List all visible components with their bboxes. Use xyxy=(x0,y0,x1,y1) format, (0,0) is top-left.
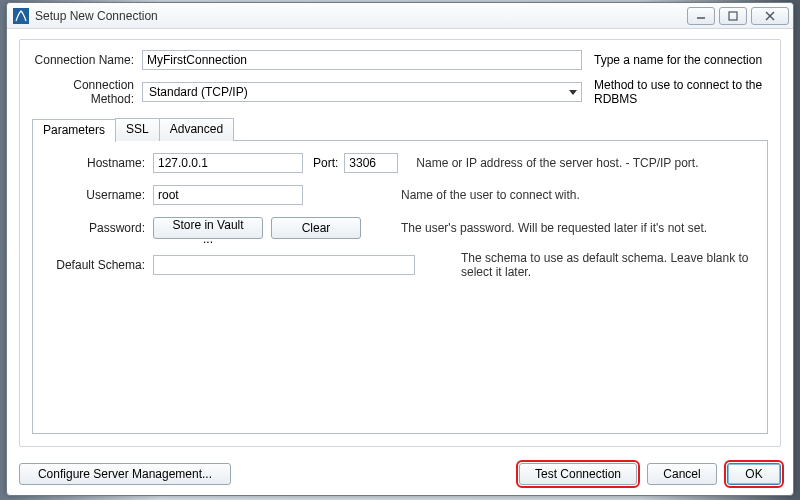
content-area: Connection Name: Type a name for the con… xyxy=(7,29,793,455)
connection-method-dropdown[interactable]: Standard (TCP/IP) xyxy=(142,82,582,102)
label-password: Password: xyxy=(43,221,153,235)
label-connection-name: Connection Name: xyxy=(32,53,142,67)
app-icon xyxy=(13,8,29,24)
cancel-button[interactable]: Cancel xyxy=(647,463,717,485)
port-input[interactable] xyxy=(344,153,398,173)
row-default-schema: Default Schema: The schema to use as def… xyxy=(43,251,757,279)
help-password: The user's password. Will be requested l… xyxy=(401,221,757,235)
maximize-button[interactable] xyxy=(719,7,747,25)
form-group: Connection Name: Type a name for the con… xyxy=(19,39,781,447)
configure-server-management-button[interactable]: Configure Server Management... xyxy=(19,463,231,485)
label-username: Username: xyxy=(43,188,153,202)
tab-panel-parameters: Hostname: Port: Name or IP address of th… xyxy=(32,140,768,434)
tab-advanced[interactable]: Advanced xyxy=(159,118,234,141)
label-connection-method: Connection Method: xyxy=(32,78,142,106)
tab-ssl[interactable]: SSL xyxy=(115,118,160,141)
tab-parameters[interactable]: Parameters xyxy=(32,119,116,142)
help-connection-name: Type a name for the connection xyxy=(594,53,768,67)
dialog-footer: Configure Server Management... Test Conn… xyxy=(7,455,793,495)
connection-name-input[interactable] xyxy=(142,50,582,70)
ok-button[interactable]: OK xyxy=(727,463,781,485)
help-connection-method: Method to use to connect to the RDBMS xyxy=(594,78,768,106)
row-password: Password: Store in Vault ... Clear The u… xyxy=(43,217,757,239)
clear-password-button[interactable]: Clear xyxy=(271,217,361,239)
connection-method-value: Standard (TCP/IP) xyxy=(149,85,248,99)
minimize-button[interactable] xyxy=(687,7,715,25)
row-connection-name: Connection Name: Type a name for the con… xyxy=(32,50,768,70)
row-username: Username: Name of the user to connect wi… xyxy=(43,185,757,205)
dialog-window: Setup New Connection Connection Name: Ty… xyxy=(6,2,794,496)
close-button[interactable] xyxy=(751,7,789,25)
row-connection-method: Connection Method: Standard (TCP/IP) Met… xyxy=(32,78,768,106)
titlebar: Setup New Connection xyxy=(7,3,793,29)
help-hostport: Name or IP address of the server host. -… xyxy=(416,156,757,170)
help-username: Name of the user to connect with. xyxy=(401,188,757,202)
tab-strip: Parameters SSL Advanced xyxy=(32,118,768,141)
username-input[interactable] xyxy=(153,185,303,205)
label-hostname: Hostname: xyxy=(43,156,153,170)
row-hostname: Hostname: Port: Name or IP address of th… xyxy=(43,153,757,173)
label-port: Port: xyxy=(313,156,338,170)
label-default-schema: Default Schema: xyxy=(43,258,153,272)
chevron-down-icon xyxy=(569,90,577,95)
svg-rect-2 xyxy=(729,12,737,20)
store-in-vault-button[interactable]: Store in Vault ... xyxy=(153,217,263,239)
default-schema-input[interactable] xyxy=(153,255,415,275)
window-title: Setup New Connection xyxy=(35,9,683,23)
help-default-schema: The schema to use as default schema. Lea… xyxy=(461,251,757,279)
test-connection-button[interactable]: Test Connection xyxy=(519,463,637,485)
hostname-input[interactable] xyxy=(153,153,303,173)
